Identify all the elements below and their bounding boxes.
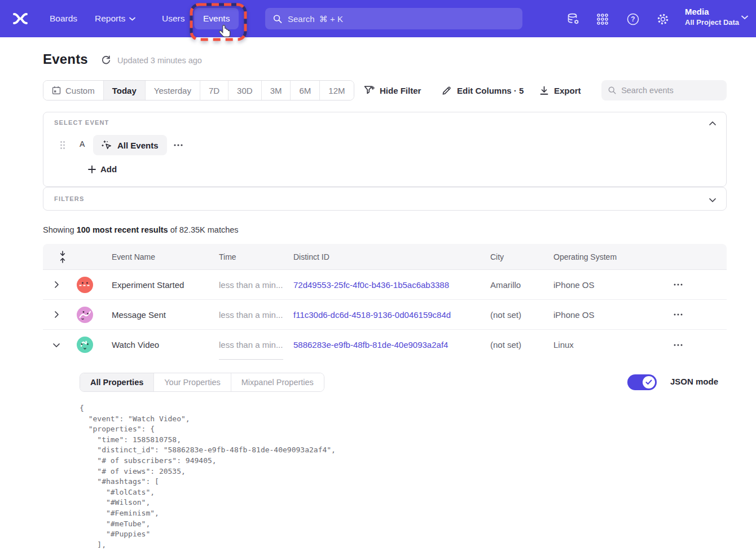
column-header-event-name[interactable]: Event Name <box>112 252 219 261</box>
project-name: Media <box>685 6 739 18</box>
all-events-label: All Events <box>117 141 159 150</box>
json-mode-toggle[interactable] <box>627 374 657 390</box>
project-scope: All Project Data <box>685 18 739 28</box>
expand-row-icon[interactable] <box>52 310 61 319</box>
event-name-cell: Message Sent <box>112 310 219 320</box>
row-more-options-icon[interactable] <box>672 310 684 319</box>
event-name-cell: Experiment Started <box>112 280 219 290</box>
apps-grid-icon[interactable] <box>596 12 609 26</box>
json-mode-label: JSON mode <box>670 377 718 386</box>
table-header-row: Event Name Time Distinct ID City Operati… <box>43 244 727 270</box>
column-header-os[interactable]: Operating System <box>553 252 672 261</box>
row-more-options-icon[interactable] <box>672 341 684 350</box>
global-search-input[interactable] <box>288 14 515 24</box>
tab-your-properties-label: Your Properties <box>164 378 220 387</box>
os-cell: iPhone OS <box>553 310 672 320</box>
add-event-label: Add <box>100 164 117 174</box>
add-event-button[interactable]: Add <box>88 164 117 174</box>
plus-icon <box>88 165 96 173</box>
mixpanel-logo[interactable] <box>11 10 29 28</box>
filters-card: FILTERS <box>43 187 727 211</box>
hide-filter-button[interactable]: Hide Filter <box>364 84 421 97</box>
event-avatar <box>77 277 93 293</box>
collapse-all-icon[interactable] <box>59 251 67 263</box>
date-range-today-label: Today <box>112 86 137 95</box>
date-range-yesterday-label: Yesterday <box>154 86 191 95</box>
distinct-id-link[interactable]: 72d49553-25fc-4f0c-b436-1b5ac6ab3388 <box>293 280 490 290</box>
nav-item-users[interactable]: Users <box>162 0 184 37</box>
check-icon <box>645 379 652 385</box>
date-range-30d[interactable]: 30D <box>228 81 262 100</box>
collapse-row-icon[interactable] <box>52 341 61 350</box>
nav-events-label: Events <box>203 14 230 24</box>
table-row[interactable]: Watch Video less than a min... 5886283e-… <box>43 330 727 360</box>
search-icon <box>608 86 616 95</box>
tab-mixpanel-properties[interactable]: Mixpanel Properties <box>231 373 324 391</box>
date-range-3m-label: 3M <box>270 86 282 95</box>
nav-item-reports[interactable]: Reports <box>95 0 135 37</box>
calendar-icon <box>52 86 61 95</box>
project-selector[interactable]: Media All Project Data <box>685 6 739 28</box>
date-range-30d-label: 30D <box>237 86 253 95</box>
date-range-custom[interactable]: Custom <box>43 81 104 100</box>
expand-section-icon[interactable] <box>708 195 717 204</box>
event-selector-row: A All Events <box>43 135 726 155</box>
drag-handle-icon[interactable] <box>60 141 65 150</box>
os-cell: iPhone OS <box>553 280 672 290</box>
all-events-pill[interactable]: All Events <box>93 135 167 155</box>
column-header-distinct-id[interactable]: Distinct ID <box>293 252 490 261</box>
tab-mixpanel-properties-label: Mixpanel Properties <box>241 378 314 387</box>
summary-suffix: of 82.35K matches <box>168 225 239 234</box>
export-button[interactable]: Export <box>539 84 581 97</box>
date-range-12m-label: 12M <box>328 86 345 95</box>
date-range-custom-label: Custom <box>65 86 95 95</box>
search-events-input[interactable] <box>621 86 720 95</box>
refresh-icon[interactable] <box>101 55 111 66</box>
date-range-yesterday[interactable]: Yesterday <box>146 81 200 100</box>
expand-row-icon[interactable] <box>52 280 61 289</box>
select-event-section-label: SELECT EVENT <box>54 119 109 126</box>
distinct-id-link[interactable]: 5886283e-e9fb-48fb-81de-40e9093a2af4 <box>293 340 490 350</box>
hide-filter-label: Hide Filter <box>380 86 421 95</box>
help-icon[interactable]: ? <box>626 12 640 26</box>
collapse-section-icon[interactable] <box>708 119 717 128</box>
city-cell: (not set) <box>490 310 553 320</box>
event-avatar <box>77 307 93 323</box>
date-range-today[interactable]: Today <box>104 81 146 100</box>
time-cell: less than a min... <box>219 300 293 329</box>
updated-timestamp: Updated 3 minutes ago <box>117 56 202 65</box>
table-row[interactable]: Experiment Started less than a min... 72… <box>43 270 727 300</box>
search-icon <box>273 14 282 24</box>
data-management-icon[interactable] <box>566 12 580 26</box>
date-range-12m[interactable]: 12M <box>320 81 353 100</box>
column-header-time[interactable]: Time <box>219 252 293 261</box>
table-row[interactable]: Message Sent less than a min... f11c30d6… <box>43 300 727 330</box>
svg-text:?: ? <box>631 15 635 23</box>
date-range-6m[interactable]: 6M <box>291 81 320 100</box>
date-range-3m[interactable]: 3M <box>262 81 291 100</box>
date-range-7d[interactable]: 7D <box>200 81 228 100</box>
tab-all-properties[interactable]: All Properties <box>80 373 154 391</box>
select-event-card: SELECT EVENT A <box>43 112 727 187</box>
date-range-6m-label: 6M <box>299 86 311 95</box>
time-cell: less than a min... <box>219 270 293 299</box>
more-options-icon[interactable] <box>172 141 184 150</box>
event-json-viewer: { "event": "Watch Video", "properties": … <box>80 403 336 550</box>
distinct-id-link[interactable]: f11c30d6-dc6d-4518-9136-0d046159c84d <box>293 310 490 320</box>
nav-item-boards[interactable]: Boards <box>50 0 77 37</box>
events-page: Boards Reports Users Events <box>0 0 756 550</box>
event-name-cell: Watch Video <box>112 340 219 350</box>
settings-gear-icon[interactable] <box>656 12 670 26</box>
tab-your-properties[interactable]: Your Properties <box>154 373 231 391</box>
edit-columns-button[interactable]: Edit Columns · 5 <box>442 84 524 97</box>
nav-item-events[interactable]: Events <box>194 8 239 29</box>
event-letter-badge: A <box>80 139 85 149</box>
date-range-7d-label: 7D <box>209 86 219 95</box>
os-cell: Linux <box>553 340 672 350</box>
column-header-city[interactable]: City <box>490 252 553 261</box>
events-table: Event Name Time Distinct ID City Operati… <box>43 244 727 550</box>
row-more-options-icon[interactable] <box>672 280 684 289</box>
page-title: Events <box>43 51 88 67</box>
nav-boards-label: Boards <box>50 14 77 24</box>
summary-count: 100 most recent results <box>77 225 168 234</box>
